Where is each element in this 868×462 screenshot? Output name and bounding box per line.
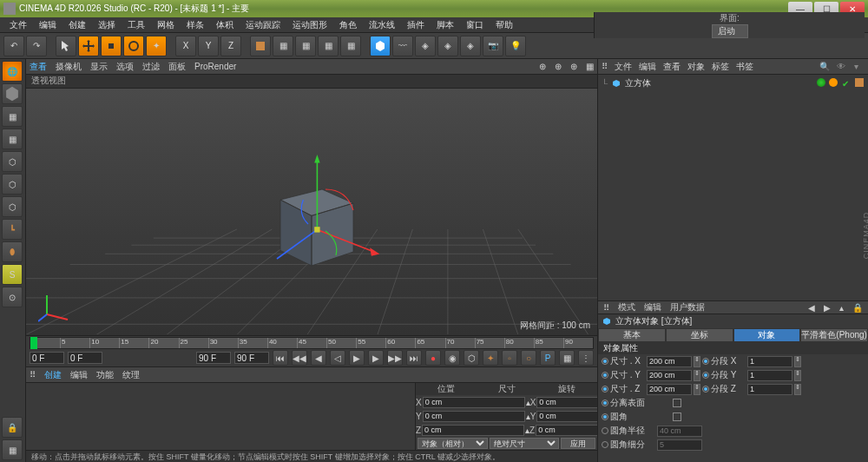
spinner[interactable]: ⇕ (694, 370, 700, 381)
vtab-view[interactable]: 查看 (30, 61, 47, 73)
key-pos-button[interactable]: ✦ (483, 350, 498, 366)
vtab-display[interactable]: 显示 (90, 61, 108, 73)
nav-back-icon[interactable]: ◀ (808, 303, 815, 313)
prev-key-button[interactable]: ◀◀ (292, 350, 307, 366)
spinner[interactable]: ⇕ (794, 356, 801, 367)
menu-pipeline[interactable]: 流水线 (363, 19, 401, 31)
goto-start-button[interactable]: ⏮ (273, 350, 288, 366)
texture-mode-button[interactable]: ▦ (2, 106, 23, 127)
object-manager-tree[interactable]: └ 立方体 ✔ (598, 75, 868, 300)
menu-character[interactable]: 角色 (333, 19, 363, 31)
om-tab-objects[interactable]: 对象 (687, 61, 705, 73)
vtab-filter[interactable]: 过滤 (142, 61, 160, 73)
select-tool[interactable] (56, 36, 76, 56)
nav-up-icon[interactable]: ▴ (839, 303, 844, 313)
vtab-panel[interactable]: 面板 (168, 61, 186, 73)
phong-tag-icon[interactable] (855, 78, 864, 87)
coord-size-mode-select[interactable]: 绝对尺寸 (490, 438, 560, 449)
menu-spline[interactable]: 样条 (181, 19, 210, 31)
lastused-tool[interactable]: ✦ (146, 36, 167, 56)
rotate-tool[interactable] (123, 36, 144, 56)
point-mode-button[interactable]: ⬡ (2, 151, 23, 172)
nav-fwd-icon[interactable]: ▶ (824, 303, 831, 313)
play-button[interactable]: ▶ (349, 350, 365, 366)
atab-phong[interactable]: 平滑着色(Phong) (800, 328, 868, 342)
mat-tab-edit[interactable]: 编辑 (70, 369, 88, 381)
menu-help[interactable]: 帮助 (490, 19, 519, 31)
autokey-button[interactable]: ◉ (444, 350, 460, 366)
size-input[interactable] (647, 370, 692, 381)
viewport-nav-icon[interactable]: ⊕ (570, 62, 577, 71)
menu-file[interactable]: 文件 (3, 19, 33, 31)
undo-button[interactable]: ↶ (3, 36, 24, 56)
menu-window[interactable]: 窗口 (460, 19, 490, 31)
spinner[interactable]: ⇕ (794, 370, 801, 381)
axis-z-button[interactable]: Z (220, 36, 241, 56)
playhead[interactable] (30, 337, 37, 349)
tweak-button[interactable]: ⬮ (2, 241, 23, 262)
atab-basic[interactable]: 基本 (598, 328, 666, 342)
object-name[interactable]: 立方体 (625, 77, 651, 89)
key-pla-button[interactable]: ▦ (559, 350, 575, 366)
coord-system-button[interactable] (250, 36, 271, 56)
add-light-button[interactable]: 💡 (505, 36, 526, 56)
menu-tools[interactable]: 工具 (122, 19, 151, 31)
menu-plugins[interactable]: 插件 (401, 19, 431, 31)
om-tab-view[interactable]: 查看 (663, 61, 681, 73)
key-rot-button[interactable]: ○ (521, 350, 536, 366)
vtab-cameras[interactable]: 摄像机 (56, 61, 82, 73)
search-icon[interactable]: 🔍 (819, 62, 830, 72)
viewport-solo-button[interactable]: ⊙ (2, 287, 23, 307)
vtab-prorender[interactable]: ProRender (194, 62, 236, 71)
timeline-ruler[interactable]: 051015202530354045505560657075808590 (30, 337, 594, 349)
key-scale-button[interactable]: ▫ (502, 350, 517, 366)
add-generator-button[interactable]: ◈ (415, 36, 436, 56)
keyset-button[interactable]: ⬡ (464, 350, 479, 366)
add-cube-button[interactable] (370, 36, 391, 56)
segment-input[interactable] (747, 356, 792, 367)
redo-button[interactable]: ↷ (26, 36, 47, 56)
spinner[interactable]: ⇕ (694, 384, 700, 395)
am-tab-mode[interactable]: 模式 (618, 301, 635, 314)
edge-mode-button[interactable]: ⬡ (2, 174, 23, 195)
lock-icon[interactable]: 🔒 (852, 303, 863, 313)
axis-mode-button[interactable]: ┗ (2, 219, 23, 240)
atab-object[interactable]: 对象 (733, 328, 801, 342)
scale-tool[interactable] (101, 36, 122, 56)
coord-pos-input[interactable] (422, 425, 524, 436)
menu-motion-tracker[interactable]: 运动跟踪 (240, 19, 286, 31)
coord-pos-input[interactable] (423, 397, 525, 408)
mat-tab-function[interactable]: 功能 (96, 369, 114, 381)
checkbox[interactable] (673, 412, 681, 421)
mat-tab-texture[interactable]: 纹理 (122, 369, 140, 381)
menu-mograph[interactable]: 运动图形 (286, 19, 333, 31)
render-pv-button[interactable]: ▦ (318, 36, 339, 56)
segment-input[interactable] (747, 370, 792, 381)
next-frame-button[interactable]: ▶ (368, 350, 384, 366)
om-tab-file[interactable]: 文件 (615, 61, 632, 73)
model-mode-button[interactable] (2, 83, 23, 104)
coord-pos-input[interactable] (423, 411, 525, 422)
frame-start-input[interactable] (30, 352, 64, 364)
om-tab-edit[interactable]: 编辑 (639, 61, 656, 73)
render-region-button[interactable]: ▦ (295, 36, 316, 56)
snap-button[interactable]: S (2, 264, 23, 285)
add-camera-button[interactable]: 📷 (483, 36, 503, 56)
viewport-nav-icon[interactable]: ⊕ (555, 62, 562, 71)
render-view-button[interactable]: ▦ (273, 36, 293, 56)
om-tab-bookmarks[interactable]: 书签 (736, 61, 753, 73)
menu-volume[interactable]: 体积 (210, 19, 240, 31)
atab-coord[interactable]: 坐标 (666, 328, 733, 342)
make-editable-button[interactable]: 🌐 (2, 61, 23, 82)
move-tool[interactable] (78, 36, 99, 56)
viewport-3d[interactable]: 网格间距 : 100 cm (26, 89, 597, 335)
viewport-nav-icon[interactable]: ▦ (586, 62, 594, 71)
enable-check-icon[interactable]: ✔ (842, 79, 851, 88)
spinner[interactable]: ⇕ (694, 356, 700, 367)
next-key-button[interactable]: ▶▶ (387, 350, 403, 366)
menu-mesh[interactable]: 网格 (151, 19, 181, 31)
visibility-dot[interactable] (817, 78, 825, 87)
menu-select[interactable]: 选择 (92, 19, 122, 31)
add-spline-button[interactable]: 〰 (392, 36, 413, 56)
axis-x-button[interactable]: X (175, 36, 196, 56)
